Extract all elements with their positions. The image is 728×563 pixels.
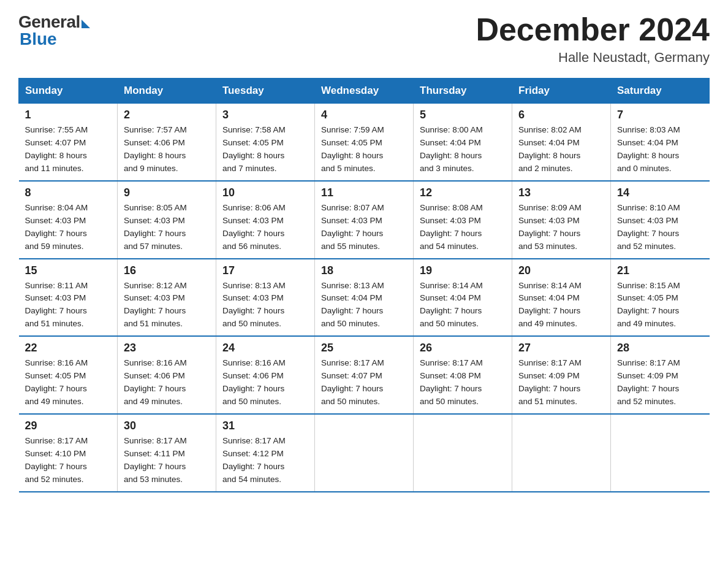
month-title: December 2024 [476,12,710,47]
day-number: 16 [124,264,210,277]
calendar-cell: 28Sunrise: 8:17 AMSunset: 4:09 PMDayligh… [611,336,710,414]
day-info: Sunrise: 8:13 AMSunset: 4:03 PMDaylight:… [222,280,308,331]
day-info: Sunrise: 8:12 AMSunset: 4:03 PMDaylight:… [124,280,210,331]
day-number: 9 [124,186,210,199]
week-row-1: 1Sunrise: 7:55 AMSunset: 4:07 PMDaylight… [19,104,710,181]
calendar-cell: 29Sunrise: 8:17 AMSunset: 4:10 PMDayligh… [19,414,118,492]
day-info: Sunrise: 8:13 AMSunset: 4:04 PMDaylight:… [321,280,407,331]
day-info: Sunrise: 8:03 AMSunset: 4:04 PMDaylight:… [617,124,703,175]
calendar-cell: 23Sunrise: 8:16 AMSunset: 4:06 PMDayligh… [118,336,216,414]
calendar-cell [414,414,512,492]
day-info: Sunrise: 8:16 AMSunset: 4:06 PMDaylight:… [222,357,308,408]
logo-arrow-icon [82,20,90,28]
day-info: Sunrise: 7:55 AMSunset: 4:07 PMDaylight:… [25,124,112,175]
calendar-cell: 5Sunrise: 8:00 AMSunset: 4:04 PMDaylight… [414,104,512,181]
day-number: 23 [124,342,210,354]
calendar-cell: 17Sunrise: 8:13 AMSunset: 4:03 PMDayligh… [216,259,315,337]
logo: General Blue [18,12,90,49]
day-info: Sunrise: 8:15 AMSunset: 4:05 PMDaylight:… [617,280,703,331]
day-info: Sunrise: 8:17 AMSunset: 4:09 PMDaylight:… [518,357,604,408]
calendar-cell: 10Sunrise: 8:06 AMSunset: 4:03 PMDayligh… [216,181,315,259]
page-header: General Blue December 2024 Halle Neustad… [18,12,710,66]
day-info: Sunrise: 8:04 AMSunset: 4:03 PMDaylight:… [25,202,112,253]
day-number: 14 [617,186,703,199]
day-number: 3 [222,109,308,121]
header-friday: Friday [512,79,611,104]
calendar-cell: 19Sunrise: 8:14 AMSunset: 4:04 PMDayligh… [414,259,512,337]
day-number: 24 [222,342,308,354]
day-info: Sunrise: 8:05 AMSunset: 4:03 PMDaylight:… [124,202,210,253]
calendar-cell: 3Sunrise: 7:58 AMSunset: 4:05 PMDaylight… [216,104,315,181]
day-info: Sunrise: 8:17 AMSunset: 4:08 PMDaylight:… [420,357,506,408]
day-number: 19 [420,264,506,277]
week-row-4: 22Sunrise: 8:16 AMSunset: 4:05 PMDayligh… [19,336,710,414]
day-number: 10 [222,186,308,199]
day-number: 6 [518,109,604,121]
day-number: 29 [25,419,112,432]
day-number: 27 [518,342,604,354]
day-info: Sunrise: 8:06 AMSunset: 4:03 PMDaylight:… [222,202,308,253]
calendar-cell: 15Sunrise: 8:11 AMSunset: 4:03 PMDayligh… [19,259,118,337]
calendar-cell: 26Sunrise: 8:17 AMSunset: 4:08 PMDayligh… [414,336,512,414]
day-info: Sunrise: 8:17 AMSunset: 4:09 PMDaylight:… [617,357,703,408]
day-number: 31 [222,419,308,432]
day-info: Sunrise: 8:16 AMSunset: 4:05 PMDaylight:… [25,357,112,408]
day-number: 28 [617,342,703,354]
calendar-cell: 14Sunrise: 8:10 AMSunset: 4:03 PMDayligh… [611,181,710,259]
day-info: Sunrise: 8:17 AMSunset: 4:10 PMDaylight:… [25,435,112,486]
day-info: Sunrise: 8:11 AMSunset: 4:03 PMDaylight:… [25,280,112,331]
day-info: Sunrise: 8:07 AMSunset: 4:03 PMDaylight:… [321,202,407,253]
day-number: 8 [25,186,112,199]
day-info: Sunrise: 8:17 AMSunset: 4:07 PMDaylight:… [321,357,407,408]
calendar-cell: 1Sunrise: 7:55 AMSunset: 4:07 PMDaylight… [19,104,118,181]
calendar-cell: 4Sunrise: 7:59 AMSunset: 4:05 PMDaylight… [315,104,414,181]
day-number: 20 [518,264,604,277]
title-section: December 2024 Halle Neustadt, Germany [476,12,710,66]
day-number: 4 [321,109,407,121]
day-info: Sunrise: 8:14 AMSunset: 4:04 PMDaylight:… [518,280,604,331]
day-number: 5 [420,109,506,121]
day-number: 26 [420,342,506,354]
day-number: 15 [25,264,112,277]
calendar-table: SundayMondayTuesdayWednesdayThursdayFrid… [18,78,710,492]
day-number: 1 [25,109,112,121]
day-info: Sunrise: 7:58 AMSunset: 4:05 PMDaylight:… [222,124,308,175]
day-number: 13 [518,186,604,199]
day-info: Sunrise: 8:17 AMSunset: 4:11 PMDaylight:… [124,435,210,486]
day-number: 12 [420,186,506,199]
calendar-cell: 13Sunrise: 8:09 AMSunset: 4:03 PMDayligh… [512,181,611,259]
day-number: 25 [321,342,407,354]
calendar-cell: 9Sunrise: 8:05 AMSunset: 4:03 PMDaylight… [118,181,216,259]
day-info: Sunrise: 8:08 AMSunset: 4:03 PMDaylight:… [420,202,506,253]
header-saturday: Saturday [611,79,710,104]
day-info: Sunrise: 8:00 AMSunset: 4:04 PMDaylight:… [420,124,506,175]
calendar-cell: 21Sunrise: 8:15 AMSunset: 4:05 PMDayligh… [611,259,710,337]
day-number: 2 [124,109,210,121]
day-info: Sunrise: 8:14 AMSunset: 4:04 PMDaylight:… [420,280,506,331]
calendar-cell: 22Sunrise: 8:16 AMSunset: 4:05 PMDayligh… [19,336,118,414]
week-row-2: 8Sunrise: 8:04 AMSunset: 4:03 PMDaylight… [19,181,710,259]
day-number: 11 [321,186,407,199]
week-row-5: 29Sunrise: 8:17 AMSunset: 4:10 PMDayligh… [19,414,710,492]
calendar-cell: 2Sunrise: 7:57 AMSunset: 4:06 PMDaylight… [118,104,216,181]
day-number: 18 [321,264,407,277]
header-sunday: Sunday [19,79,118,104]
day-number: 30 [124,419,210,432]
header-thursday: Thursday [414,79,512,104]
calendar-cell: 27Sunrise: 8:17 AMSunset: 4:09 PMDayligh… [512,336,611,414]
calendar-cell: 20Sunrise: 8:14 AMSunset: 4:04 PMDayligh… [512,259,611,337]
logo-blue-text: Blue [18,29,57,49]
calendar-cell: 25Sunrise: 8:17 AMSunset: 4:07 PMDayligh… [315,336,414,414]
calendar-cell [611,414,710,492]
week-row-3: 15Sunrise: 8:11 AMSunset: 4:03 PMDayligh… [19,259,710,337]
calendar-cell: 24Sunrise: 8:16 AMSunset: 4:06 PMDayligh… [216,336,315,414]
calendar-cell: 12Sunrise: 8:08 AMSunset: 4:03 PMDayligh… [414,181,512,259]
day-info: Sunrise: 7:57 AMSunset: 4:06 PMDaylight:… [124,124,210,175]
header-monday: Monday [118,79,216,104]
day-number: 17 [222,264,308,277]
day-number: 22 [25,342,112,354]
calendar-cell: 11Sunrise: 8:07 AMSunset: 4:03 PMDayligh… [315,181,414,259]
day-info: Sunrise: 8:17 AMSunset: 4:12 PMDaylight:… [222,435,308,486]
day-info: Sunrise: 8:16 AMSunset: 4:06 PMDaylight:… [124,357,210,408]
day-info: Sunrise: 8:09 AMSunset: 4:03 PMDaylight:… [518,202,604,253]
